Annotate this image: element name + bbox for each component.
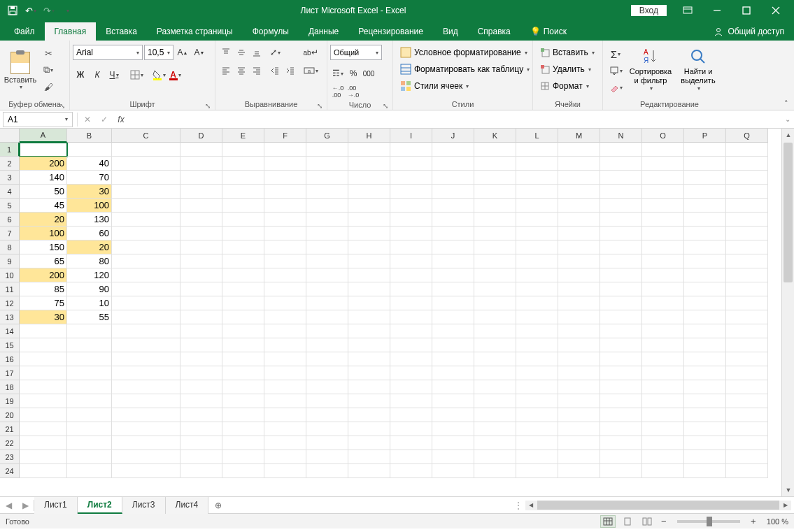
cell[interactable] (642, 254, 684, 268)
cell[interactable] (726, 199, 768, 213)
increase-indent-icon[interactable] (283, 63, 298, 78)
tab-search[interactable]: 💡 Поиск (520, 22, 576, 41)
cell[interactable] (474, 436, 516, 450)
cell[interactable] (432, 268, 474, 282)
sheet-tab[interactable]: Лист2 (78, 497, 122, 514)
cell[interactable] (67, 380, 112, 394)
cell[interactable] (264, 268, 306, 282)
column-header[interactable]: G (306, 129, 348, 143)
cell[interactable] (432, 352, 474, 366)
cell[interactable]: 60 (67, 227, 112, 240)
tab-formulas[interactable]: Формулы (243, 22, 299, 41)
cell[interactable] (67, 436, 112, 450)
cell[interactable] (112, 171, 180, 185)
zoom-slider-thumb[interactable] (707, 517, 712, 526)
cell[interactable] (180, 296, 222, 310)
save-icon[interactable] (4, 2, 21, 19)
cell[interactable] (20, 450, 67, 464)
align-left-icon[interactable] (218, 63, 234, 78)
cell[interactable] (558, 324, 600, 338)
orientation-icon[interactable]: ⤢▾ (267, 45, 283, 60)
row-header[interactable]: 16 (0, 352, 20, 366)
cell[interactable] (642, 240, 684, 254)
cell[interactable] (642, 199, 684, 213)
cell[interactable] (264, 282, 306, 296)
cell[interactable] (390, 213, 432, 227)
cell[interactable] (264, 338, 306, 352)
cell[interactable] (20, 324, 67, 338)
tab-view[interactable]: Вид (433, 22, 468, 41)
cell[interactable]: 100 (67, 199, 112, 213)
bold-button[interactable]: Ж (73, 67, 88, 82)
tab-help[interactable]: Справка (468, 22, 520, 41)
collapse-ribbon-icon[interactable]: ˄ (784, 99, 788, 108)
cell[interactable] (67, 450, 112, 464)
row-header[interactable]: 4 (0, 185, 20, 199)
cell[interactable] (474, 240, 516, 254)
column-header[interactable]: P (684, 129, 726, 143)
cell[interactable] (20, 422, 67, 436)
tab-split-handle[interactable]: ⋮ (514, 501, 523, 510)
cell[interactable] (516, 380, 558, 394)
cell[interactable] (600, 450, 642, 464)
cell[interactable]: 65 (20, 254, 67, 268)
cell[interactable] (474, 185, 516, 199)
insert-cells-button[interactable]: Вставить▾ (536, 45, 599, 60)
column-header[interactable]: O (642, 129, 684, 143)
cell[interactable] (516, 324, 558, 338)
cell[interactable] (390, 157, 432, 171)
cell[interactable]: 50 (20, 185, 67, 199)
cell[interactable] (390, 254, 432, 268)
cell[interactable] (112, 422, 180, 436)
cell[interactable] (390, 296, 432, 310)
row-header[interactable]: 5 (0, 199, 20, 213)
cell[interactable] (180, 282, 222, 296)
cell[interactable] (222, 254, 264, 268)
cell[interactable] (516, 240, 558, 254)
align-middle-icon[interactable] (234, 45, 249, 60)
cell[interactable] (684, 422, 726, 436)
cell[interactable] (474, 352, 516, 366)
row-header[interactable]: 23 (0, 450, 20, 464)
cell[interactable] (348, 143, 390, 157)
increase-decimal-icon[interactable]: ←.0.00 (330, 84, 346, 99)
sheet-tab[interactable]: Лист1 (34, 497, 78, 514)
cell[interactable] (348, 254, 390, 268)
cell[interactable] (642, 227, 684, 240)
row-header[interactable]: 14 (0, 324, 20, 338)
row-header[interactable]: 1 (0, 143, 20, 157)
cell[interactable] (222, 408, 264, 422)
cell[interactable] (558, 268, 600, 282)
column-header[interactable]: J (432, 129, 474, 143)
fill-icon[interactable]: ▾ (606, 63, 625, 78)
cell[interactable] (474, 394, 516, 408)
cell[interactable] (558, 450, 600, 464)
cell[interactable] (474, 450, 516, 464)
cut-icon[interactable]: ✂ (41, 46, 56, 60)
cell[interactable] (112, 450, 180, 464)
qat-customize-icon[interactable]: ▾ (59, 2, 76, 19)
cell[interactable]: 90 (67, 282, 112, 296)
cell[interactable] (390, 310, 432, 324)
cell[interactable] (474, 324, 516, 338)
tab-data[interactable]: Данные (299, 22, 348, 41)
row-header[interactable]: 20 (0, 408, 20, 422)
cell[interactable]: 40 (67, 157, 112, 171)
cell[interactable] (112, 338, 180, 352)
row-header[interactable]: 15 (0, 338, 20, 352)
cell[interactable]: 45 (20, 199, 67, 213)
cell[interactable] (180, 268, 222, 282)
cell[interactable] (112, 282, 180, 296)
cell[interactable] (264, 310, 306, 324)
cell[interactable] (516, 366, 558, 380)
cell[interactable] (642, 185, 684, 199)
cell[interactable] (306, 310, 348, 324)
cell[interactable] (558, 310, 600, 324)
cell[interactable] (180, 310, 222, 324)
cell[interactable] (558, 199, 600, 213)
row-header[interactable]: 12 (0, 296, 20, 310)
cell[interactable] (600, 324, 642, 338)
align-right-icon[interactable] (249, 63, 264, 78)
cell[interactable]: 30 (20, 310, 67, 324)
row-header[interactable]: 9 (0, 254, 20, 268)
